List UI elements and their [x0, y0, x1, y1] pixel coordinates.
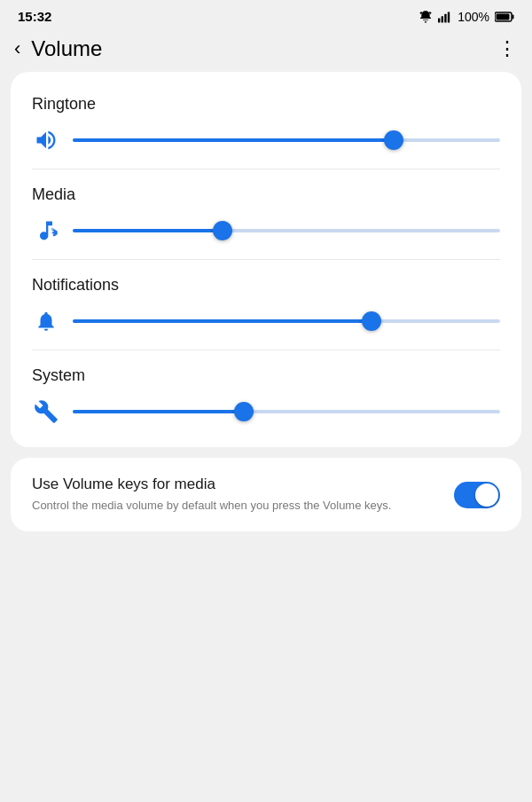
status-bar: 15:32 100%	[0, 0, 532, 29]
media-section: Media	[11, 169, 521, 259]
svg-rect-5	[512, 14, 514, 19]
battery-text: 100%	[458, 10, 489, 24]
top-bar: ‹ Volume ⋮	[0, 29, 532, 72]
notifications-label: Notifications	[32, 276, 500, 295]
status-icons: 100%	[419, 10, 514, 24]
system-slider[interactable]	[73, 403, 500, 421]
notifications-section: Notifications	[11, 260, 521, 350]
ringtone-slider[interactable]	[73, 131, 500, 149]
ringtone-row	[32, 126, 500, 154]
battery-icon	[495, 12, 514, 22]
bottom-card: Use Volume keys for media Control the me…	[11, 458, 521, 531]
ringtone-label: Ringtone	[32, 95, 500, 114]
media-label: Media	[32, 185, 500, 204]
system-section: System	[11, 350, 521, 440]
media-icon	[32, 216, 60, 245]
signal-icon	[438, 11, 452, 23]
svg-rect-3	[448, 12, 450, 22]
media-row	[32, 216, 500, 245]
media-slider[interactable]	[73, 222, 500, 240]
ringtone-section: Ringtone	[11, 79, 521, 169]
system-icon	[32, 397, 60, 426]
system-label: System	[32, 366, 500, 385]
more-button[interactable]: ⋮	[497, 37, 518, 60]
notifications-slider[interactable]	[73, 312, 500, 330]
status-time: 15:32	[18, 9, 51, 24]
alarm-icon	[419, 10, 433, 24]
volume-keys-toggle[interactable]	[454, 482, 500, 508]
bottom-card-description: Control the media volume by default when…	[32, 498, 436, 514]
back-button[interactable]: ‹	[14, 37, 20, 60]
top-bar-left: ‹ Volume	[14, 36, 102, 61]
svg-rect-6	[497, 13, 510, 20]
notifications-row	[32, 307, 500, 335]
bottom-card-title: Use Volume keys for media	[32, 476, 436, 493]
ringtone-icon	[32, 126, 60, 154]
bottom-card-text: Use Volume keys for media Control the me…	[32, 476, 454, 514]
system-row	[32, 397, 500, 426]
toggle-knob	[475, 484, 498, 507]
notifications-icon	[32, 307, 60, 335]
svg-rect-2	[444, 13, 446, 22]
svg-rect-1	[442, 16, 443, 22]
main-card: Ringtone Media	[11, 72, 521, 447]
page-title: Volume	[31, 36, 102, 61]
svg-rect-0	[438, 18, 440, 22]
